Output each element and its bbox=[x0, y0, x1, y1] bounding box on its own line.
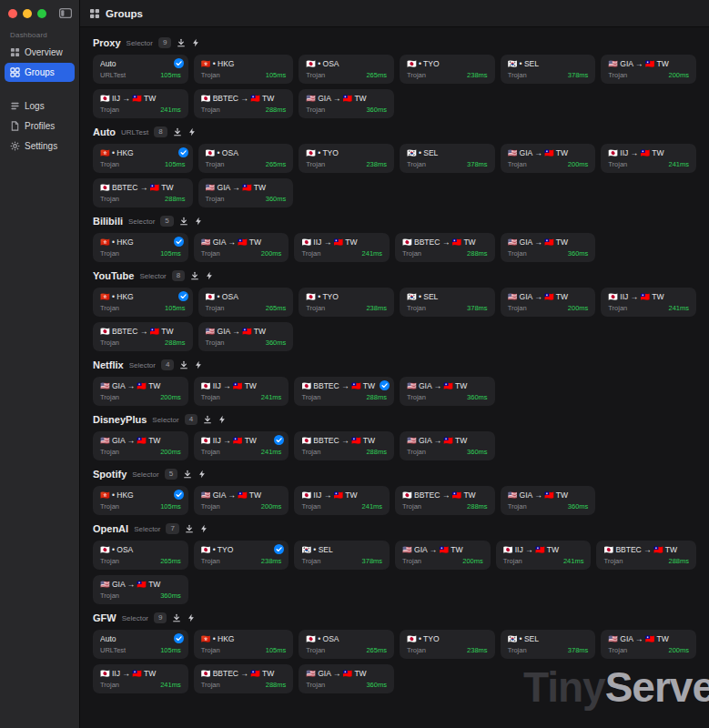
proxy-card[interactable]: 🇯🇵 • OSA Trojan 265ms bbox=[198, 288, 294, 317]
sidebar-toggle-icon[interactable] bbox=[59, 8, 72, 18]
proxy-card[interactable]: 🇯🇵 • TYO Trojan 238ms bbox=[400, 630, 495, 659]
proxy-card[interactable]: 🇺🇸 GIA → 🇹🇼 TW Trojan 360ms bbox=[400, 377, 495, 406]
proxy-card[interactable]: 🇯🇵 BBTEC → 🇹🇼 TW Trojan 288ms bbox=[194, 89, 294, 118]
proxy-card[interactable]: 🇯🇵 BBTEC → 🇹🇼 TW Trojan 288ms bbox=[395, 486, 495, 515]
proxy-card[interactable]: 🇭🇰 • HKG Trojan 105ms bbox=[93, 144, 193, 173]
proxy-card[interactable]: 🇯🇵 BBTEC → 🇹🇼 TW Trojan 288ms bbox=[294, 377, 394, 406]
proxy-card[interactable]: 🇯🇵 BBTEC → 🇹🇼 TW Trojan 288ms bbox=[596, 541, 696, 570]
proxy-card[interactable]: 🇺🇸 GIA → 🇹🇼 TW Trojan 200ms bbox=[601, 630, 696, 659]
proxy-card[interactable]: 🇯🇵 IIJ → 🇹🇼 TW Trojan 241ms bbox=[93, 664, 188, 693]
proxy-name: 🇺🇸 GIA → 🇹🇼 TW bbox=[201, 238, 282, 248]
proxy-card[interactable]: 🇺🇸 GIA → 🇹🇼 TW Trojan 360ms bbox=[400, 431, 495, 460]
proxy-card[interactable]: 🇺🇸 GIA → 🇹🇼 TW Trojan 200ms bbox=[93, 377, 188, 406]
proxy-card[interactable]: 🇰🇷 • SEL Trojan 378ms bbox=[400, 288, 495, 317]
minimize-window-button[interactable] bbox=[23, 9, 32, 18]
latency-test-icon[interactable] bbox=[203, 415, 212, 424]
proxy-latency: 241ms bbox=[668, 304, 689, 312]
latency-test-icon[interactable] bbox=[183, 470, 192, 479]
speed-bolt-icon[interactable] bbox=[218, 415, 227, 424]
proxy-card[interactable]: 🇯🇵 • OSA Trojan 265ms bbox=[198, 144, 294, 173]
proxy-card[interactable]: 🇭🇰 • HKG Trojan 105ms bbox=[194, 630, 294, 659]
speed-bolt-icon[interactable] bbox=[205, 271, 214, 280]
sidebar-item-overview[interactable]: Overview bbox=[5, 43, 75, 62]
proxy-protocol: Trojan bbox=[402, 249, 421, 258]
proxy-card[interactable]: 🇯🇵 • OSA Trojan 265ms bbox=[93, 541, 188, 570]
latency-test-icon[interactable] bbox=[179, 217, 188, 226]
proxy-card[interactable]: 🇯🇵 • TYO Trojan 238ms bbox=[299, 144, 394, 173]
proxy-card[interactable]: 🇺🇸 GIA → 🇹🇼 TW Trojan 200ms bbox=[501, 288, 596, 317]
speed-bolt-icon[interactable] bbox=[191, 38, 200, 47]
proxy-protocol: Trojan bbox=[100, 448, 119, 456]
proxy-card[interactable]: Auto URLTest 105ms bbox=[93, 55, 188, 84]
group-name: Spotify bbox=[93, 469, 127, 480]
latency-test-icon[interactable] bbox=[172, 613, 181, 622]
proxy-card[interactable]: 🇺🇸 GIA → 🇹🇼 TW Trojan 200ms bbox=[194, 486, 289, 515]
proxy-card[interactable]: 🇰🇷 • SEL Trojan 378ms bbox=[400, 144, 495, 173]
proxy-card[interactable]: 🇰🇷 • SEL Trojan 378ms bbox=[501, 630, 596, 659]
sidebar-item-logs[interactable]: Logs bbox=[5, 96, 75, 116]
speed-bolt-icon[interactable] bbox=[187, 127, 197, 136]
proxy-card[interactable]: 🇯🇵 IIJ → 🇹🇼 TW Trojan 241ms bbox=[194, 431, 289, 460]
latency-test-icon[interactable] bbox=[177, 38, 186, 47]
proxy-name: 🇺🇸 GIA → 🇹🇼 TW bbox=[206, 183, 287, 193]
proxy-card[interactable]: 🇯🇵 BBTEC → 🇹🇼 TW Trojan 288ms bbox=[194, 664, 294, 693]
proxy-card[interactable]: 🇺🇸 GIA → 🇹🇼 TW Trojan 360ms bbox=[501, 486, 596, 515]
proxy-card[interactable]: 🇯🇵 BBTEC → 🇹🇼 TW Trojan 288ms bbox=[93, 322, 193, 351]
proxy-card[interactable]: 🇯🇵 IIJ → 🇹🇼 TW Trojan 241ms bbox=[294, 486, 390, 515]
close-window-button[interactable] bbox=[8, 9, 17, 18]
proxy-card[interactable]: 🇯🇵 BBTEC → 🇹🇼 TW Trojan 288ms bbox=[395, 233, 495, 262]
proxy-card[interactable]: 🇯🇵 IIJ → 🇹🇼 TW Trojan 241ms bbox=[601, 144, 696, 173]
proxy-card[interactable]: 🇺🇸 GIA → 🇹🇼 TW Trojan 200ms bbox=[601, 55, 696, 84]
proxy-card[interactable]: 🇭🇰 • HKG Trojan 105ms bbox=[93, 233, 188, 262]
sidebar-item-settings[interactable]: Settings bbox=[5, 136, 75, 156]
proxy-card[interactable]: 🇯🇵 • TYO Trojan 238ms bbox=[400, 55, 495, 84]
proxy-card[interactable]: 🇺🇸 GIA → 🇹🇼 TW Trojan 360ms bbox=[198, 322, 294, 351]
proxy-latency: 378ms bbox=[467, 160, 488, 168]
proxy-card[interactable]: 🇭🇰 • HKG Trojan 105ms bbox=[93, 288, 193, 317]
settings-icon bbox=[10, 141, 20, 151]
speed-bolt-icon[interactable] bbox=[194, 217, 203, 226]
speed-bolt-icon[interactable] bbox=[194, 360, 203, 369]
proxy-latency: 265ms bbox=[266, 160, 287, 168]
proxy-card[interactable]: 🇰🇷 • SEL Trojan 378ms bbox=[501, 55, 596, 84]
proxy-group-section: OpenAI Selector 7 🇯🇵 • OSA Trojan 265ms … bbox=[93, 522, 696, 604]
proxy-card[interactable]: 🇯🇵 IIJ → 🇹🇼 TW Trojan 241ms bbox=[194, 377, 289, 406]
proxy-card[interactable]: 🇺🇸 GIA → 🇹🇼 TW Trojan 200ms bbox=[93, 431, 188, 460]
proxy-card[interactable]: 🇺🇸 GIA → 🇹🇼 TW Trojan 360ms bbox=[198, 178, 294, 207]
latency-test-icon[interactable] bbox=[185, 524, 194, 533]
proxy-card[interactable]: 🇺🇸 GIA → 🇹🇼 TW Trojan 360ms bbox=[93, 575, 188, 604]
proxy-card[interactable]: 🇺🇸 GIA → 🇹🇼 TW Trojan 200ms bbox=[194, 233, 289, 262]
proxy-card[interactable]: 🇯🇵 • OSA Trojan 265ms bbox=[299, 630, 394, 659]
proxy-card[interactable]: 🇯🇵 BBTEC → 🇹🇼 TW Trojan 288ms bbox=[93, 178, 193, 207]
proxy-card[interactable]: 🇺🇸 GIA → 🇹🇼 TW Trojan 360ms bbox=[299, 89, 394, 118]
proxy-card[interactable]: 🇺🇸 GIA → 🇹🇼 TW Trojan 200ms bbox=[501, 144, 596, 173]
proxy-card[interactable]: 🇯🇵 IIJ → 🇹🇼 TW Trojan 241ms bbox=[496, 541, 592, 570]
proxy-card[interactable]: 🇭🇰 • HKG Trojan 105ms bbox=[194, 55, 294, 84]
proxy-card[interactable]: 🇭🇰 • HKG Trojan 105ms bbox=[93, 486, 188, 515]
proxy-card[interactable]: 🇺🇸 GIA → 🇹🇼 TW Trojan 360ms bbox=[501, 233, 596, 262]
latency-test-icon[interactable] bbox=[190, 271, 199, 280]
proxy-card[interactable]: 🇯🇵 IIJ → 🇹🇼 TW Trojan 241ms bbox=[294, 233, 390, 262]
latency-test-icon[interactable] bbox=[179, 360, 188, 369]
speed-bolt-icon[interactable] bbox=[198, 470, 207, 479]
proxy-card[interactable]: Auto URLTest 105ms bbox=[93, 630, 188, 659]
proxy-card[interactable]: 🇯🇵 • TYO Trojan 238ms bbox=[194, 541, 289, 570]
latency-test-icon[interactable] bbox=[173, 127, 182, 136]
zoom-window-button[interactable] bbox=[37, 9, 46, 18]
proxy-card[interactable]: 🇯🇵 IIJ → 🇹🇼 TW Trojan 241ms bbox=[93, 89, 188, 118]
sidebar-item-groups[interactable]: Groups bbox=[5, 63, 75, 82]
speed-bolt-icon[interactable] bbox=[199, 524, 208, 533]
proxy-latency: 378ms bbox=[568, 646, 589, 654]
proxy-protocol: Trojan bbox=[508, 502, 527, 511]
proxy-card[interactable]: 🇯🇵 • TYO Trojan 238ms bbox=[299, 288, 394, 317]
group-name: Proxy bbox=[93, 37, 121, 48]
proxy-card[interactable]: 🇯🇵 • OSA Trojan 265ms bbox=[299, 55, 394, 84]
proxy-card[interactable]: 🇺🇸 GIA → 🇹🇼 TW Trojan 200ms bbox=[395, 541, 491, 570]
proxy-card[interactable]: 🇯🇵 IIJ → 🇹🇼 TW Trojan 241ms bbox=[601, 288, 696, 317]
proxy-protocol: Trojan bbox=[201, 681, 220, 689]
proxy-card[interactable]: 🇰🇷 • SEL Trojan 378ms bbox=[294, 541, 390, 570]
proxy-card[interactable]: 🇯🇵 BBTEC → 🇹🇼 TW Trojan 288ms bbox=[294, 431, 394, 460]
speed-bolt-icon[interactable] bbox=[187, 613, 196, 622]
sidebar-item-profiles[interactable]: Profiles bbox=[5, 116, 75, 136]
proxy-card[interactable]: 🇺🇸 GIA → 🇹🇼 TW Trojan 360ms bbox=[299, 664, 394, 693]
